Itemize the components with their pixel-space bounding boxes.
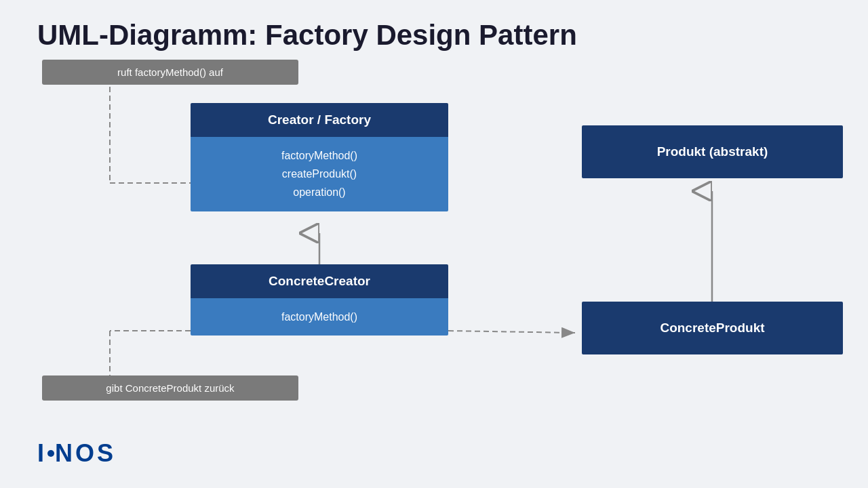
creator-factory-body: factoryMethod() createProdukt() operatio… (191, 137, 448, 211)
ionos-logo-i: I (37, 439, 47, 467)
concrete-creator-method1: factoryMethod() (197, 308, 441, 326)
ionos-logo-dot (47, 450, 54, 457)
concrete-creator-header: ConcreteCreator (191, 264, 448, 298)
annotation-top: ruft factoryMethod() auf (42, 60, 298, 85)
ionos-logo-text: NOS (55, 439, 116, 467)
creator-factory-method3: operation() (197, 183, 441, 201)
concrete-produkt-box: ConcreteProdukt (582, 302, 843, 354)
ionos-logo: INOS (37, 439, 116, 468)
dashed-arrow-to-produkt (448, 331, 575, 333)
produkt-abstrakt-box: Produkt (abstrakt) (582, 125, 843, 178)
concrete-creator-body: factoryMethod() (191, 298, 448, 336)
creator-factory-box: Creator / Factory factoryMethod() create… (191, 103, 448, 211)
creator-factory-method1: factoryMethod() (197, 146, 441, 165)
page-title: UML-Diagramm: Factory Design Pattern (37, 19, 577, 52)
annotation-bottom: gibt ConcreteProdukt zurück (42, 375, 298, 401)
creator-factory-header: Creator / Factory (191, 103, 448, 137)
concrete-produkt-header: ConcreteProdukt (582, 302, 843, 354)
concrete-creator-box: ConcreteCreator factoryMethod() (191, 264, 448, 336)
produkt-abstrakt-header: Produkt (abstrakt) (582, 125, 843, 178)
creator-factory-method2: createProdukt() (197, 165, 441, 183)
